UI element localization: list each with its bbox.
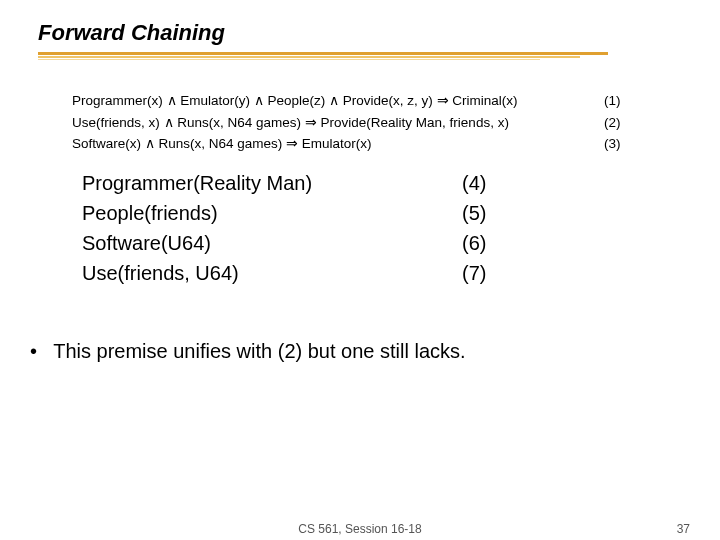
rule-number: (1): [592, 90, 644, 112]
fact-number: (7): [462, 258, 522, 288]
fact-text: Programmer(Reality Man): [82, 168, 462, 198]
rule-row: Programmer(x) ∧ Emulator(y) ∧ People(z) …: [72, 90, 652, 112]
fact-row: Use(friends, U64) (7): [82, 258, 642, 288]
rule-text: Programmer(x) ∧ Emulator(y) ∧ People(z) …: [72, 90, 592, 112]
rule-number: (3): [592, 133, 644, 155]
bullet-line: • This premise unifies with (2) but one …: [30, 340, 466, 363]
fact-text: Use(friends, U64): [82, 258, 462, 288]
slide: Forward Chaining Programmer(x) ∧ Emulato…: [0, 0, 720, 540]
rules-block: Programmer(x) ∧ Emulator(y) ∧ People(z) …: [72, 90, 652, 155]
rule-text: Use(friends, x) ∧ Runs(x, N64 games) ⇒ P…: [72, 112, 592, 134]
fact-row: Programmer(Reality Man) (4): [82, 168, 642, 198]
rule-text: Software(x) ∧ Runs(x, N64 games) ⇒ Emula…: [72, 133, 592, 155]
rule-row: Software(x) ∧ Runs(x, N64 games) ⇒ Emula…: [72, 133, 652, 155]
fact-row: Software(U64) (6): [82, 228, 642, 258]
rule-row: Use(friends, x) ∧ Runs(x, N64 games) ⇒ P…: [72, 112, 652, 134]
rule-number: (2): [592, 112, 644, 134]
fact-text: People(friends): [82, 198, 462, 228]
fact-text: Software(U64): [82, 228, 462, 258]
underline-stroke: [38, 59, 540, 60]
bullet-text: This premise unifies with (2) but one st…: [53, 340, 465, 362]
fact-number: (4): [462, 168, 522, 198]
bullet-icon: •: [30, 340, 48, 363]
fact-number: (6): [462, 228, 522, 258]
underline-stroke: [38, 56, 580, 58]
footer-course: CS 561, Session 16-18: [0, 522, 720, 536]
slide-title: Forward Chaining: [38, 20, 225, 46]
underline-stroke: [38, 52, 608, 55]
title-underline: [38, 52, 608, 62]
fact-row: People(friends) (5): [82, 198, 642, 228]
page-number: 37: [677, 522, 690, 536]
facts-block: Programmer(Reality Man) (4) People(frien…: [82, 168, 642, 288]
fact-number: (5): [462, 198, 522, 228]
